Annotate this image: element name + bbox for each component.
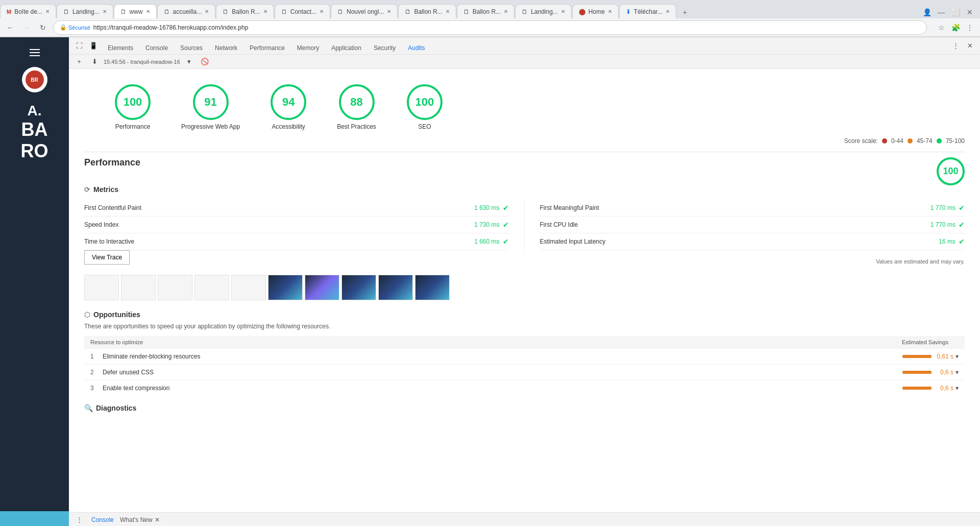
thumbnail-5 xyxy=(231,275,266,300)
score-label-seo: SEO xyxy=(418,123,431,130)
browser-tab-landing2[interactable]: 🗋 Landing... ✕ xyxy=(515,4,572,18)
bookmark-button[interactable]: ☆ xyxy=(935,21,947,34)
metric-tti-value: 1 660 ms ✔ xyxy=(474,237,508,246)
tab-close[interactable]: ✕ xyxy=(608,9,612,14)
address-input[interactable]: 🔒 Sécurisé https://tranquil-meadow-16786… xyxy=(53,20,927,35)
opp-bar-wrap-1: 0,61 s xyxy=(902,353,953,360)
metrics-table: First Contentful Paint 1 630 ms ✔ Speed … xyxy=(84,200,965,250)
opp-row-2[interactable]: 2 Defer unused CSS 0,6 s ▾ xyxy=(84,364,965,380)
add-audit-button[interactable]: + xyxy=(73,56,85,68)
tab-close[interactable]: ✕ xyxy=(666,9,670,14)
dropdown-button[interactable]: ▾ xyxy=(183,56,195,68)
tab-label: Téléchar... xyxy=(634,8,663,15)
metric-fci-value: 1 770 ms ✔ xyxy=(930,221,965,229)
browser-tab-ballon2[interactable]: 🗋 Ballon R... ✕ xyxy=(398,4,456,18)
tab-performance[interactable]: Performance xyxy=(243,41,291,56)
tab-label: Ballon R... xyxy=(414,8,442,15)
scale-range-orange: 45-74 xyxy=(917,137,933,145)
tab-label: accueilla... xyxy=(173,8,202,15)
tab-elements[interactable]: Elements xyxy=(102,41,139,56)
view-trace-button[interactable]: View Trace xyxy=(84,250,130,265)
hamburger-menu[interactable] xyxy=(24,42,45,63)
bottom-tab-console[interactable]: Console xyxy=(91,516,114,523)
close-button[interactable]: ✕ xyxy=(964,6,976,18)
score-circle-pwa: 91 xyxy=(193,84,229,120)
devtools-toolbar: ⛶ 📱 Elements Console Sources Network Per… xyxy=(69,37,980,55)
tab-network[interactable]: Network xyxy=(209,41,243,56)
menu-button[interactable]: ⋮ xyxy=(964,21,976,34)
score-circle-best-practices: 88 xyxy=(339,84,375,120)
bottom-menu-button[interactable]: ⋮ xyxy=(73,514,85,526)
tab-console[interactable]: Console xyxy=(139,41,174,56)
metric-fcp-label: First Contentful Paint xyxy=(84,204,141,211)
forward-button[interactable]: → xyxy=(20,21,33,34)
whats-new-label: What's New xyxy=(120,516,153,523)
opp-col-savings-header: Estimated Savings xyxy=(856,339,959,345)
export-button[interactable]: ⬇ xyxy=(88,56,101,68)
page-icon: 🗋 xyxy=(405,8,411,15)
thumbnail-4 xyxy=(194,275,229,300)
estimated-note: Values are estimated and may vary. xyxy=(140,258,965,271)
clear-button[interactable]: 🚫 xyxy=(199,56,211,68)
devtools-close-button[interactable]: ✕ xyxy=(964,40,976,52)
devtools-panel: ⛶ 📱 Elements Console Sources Network Per… xyxy=(69,37,980,526)
tab-security[interactable]: Security xyxy=(368,41,402,56)
scale-label: Score scale: xyxy=(844,137,878,145)
score-best-practices: 88 Best Practices xyxy=(337,84,376,130)
logo-inner: BR xyxy=(26,70,44,89)
browser-tab-home[interactable]: ⬤ Home ✕ xyxy=(572,4,619,18)
back-button[interactable]: ← xyxy=(4,21,16,34)
browser-tab-www[interactable]: 🗋 www ✕ xyxy=(114,4,157,18)
thumbnail-6 xyxy=(268,275,303,300)
bottom-tab-whats-new[interactable]: What's New ✕ xyxy=(120,516,160,523)
browser-tab-contact[interactable]: 🗋 Contact... ✕ xyxy=(275,4,330,18)
opp-row-3[interactable]: 3 Enable text compression 0,6 s ▾ xyxy=(84,380,965,396)
tab-close[interactable]: ✕ xyxy=(146,9,150,14)
browser-tab-gmail[interactable]: M Boîte de... ✕ xyxy=(0,4,56,18)
performance-section-header: Performance 100 xyxy=(84,157,965,185)
reload-button[interactable]: ↻ xyxy=(37,21,49,34)
performance-section-score-circle: 100 xyxy=(937,157,965,185)
opp-row-1[interactable]: 1 Eliminate render-blocking resources 0,… xyxy=(84,348,965,364)
new-tab-button[interactable]: + xyxy=(679,6,691,18)
tab-close[interactable]: ✕ xyxy=(504,9,508,14)
scale-range-green: 75-100 xyxy=(946,137,965,145)
sidebar-text-a: A. xyxy=(28,103,42,119)
tab-close[interactable]: ✕ xyxy=(45,9,50,14)
metric-fcp-check: ✔ xyxy=(503,204,509,212)
maximize-button[interactable]: ⬜ xyxy=(949,6,962,18)
tab-close[interactable]: ✕ xyxy=(263,9,267,14)
tab-application[interactable]: Application xyxy=(325,41,368,56)
browser-tab-accueil[interactable]: 🗋 accueilla... ✕ xyxy=(157,4,216,18)
device-toolbar-button[interactable]: 📱 xyxy=(87,40,100,52)
browser-tab-nouvel[interactable]: 🗋 Nouvel ongl... ✕ xyxy=(331,4,398,18)
devtools-settings-button[interactable]: ⋮ xyxy=(949,40,962,52)
tab-close[interactable]: ✕ xyxy=(387,9,391,14)
tab-close[interactable]: ✕ xyxy=(205,9,209,14)
thumbnail-7 xyxy=(305,275,339,300)
tab-close[interactable]: ✕ xyxy=(561,9,565,14)
sidebar-text-ro: RO xyxy=(21,140,48,162)
audits-content: 100 Performance 91 Progressive Web App 9… xyxy=(69,69,980,512)
opp-num-2: 2 xyxy=(90,369,103,376)
tab-memory[interactable]: Memory xyxy=(291,41,325,56)
metric-fcp-value: 1 630 ms ✔ xyxy=(474,204,508,212)
tab-audits[interactable]: Audits xyxy=(402,41,431,56)
opp-bar-wrap-3: 0,6 s xyxy=(902,385,953,392)
tab-close[interactable]: ✕ xyxy=(446,9,450,14)
whats-new-close[interactable]: ✕ xyxy=(155,516,160,523)
browser-tab-ballon1[interactable]: 🗋 Ballon R... ✕ xyxy=(216,4,274,18)
profile-button[interactable]: 👤 xyxy=(921,6,933,18)
tab-label: Landing... xyxy=(72,8,100,15)
minimize-button[interactable]: — xyxy=(935,6,947,18)
extensions-button[interactable]: 🧩 xyxy=(949,21,962,34)
thumbnail-2 xyxy=(121,275,156,300)
browser-tab-telecharg[interactable]: ⬇ Téléchar... ✕ xyxy=(619,4,676,18)
tab-close[interactable]: ✕ xyxy=(320,9,324,14)
inspect-element-button[interactable]: ⛶ xyxy=(73,40,85,52)
tab-close[interactable]: ✕ xyxy=(103,9,107,14)
score-circle-performance: 100 xyxy=(115,84,151,120)
browser-tab-ballon3[interactable]: 🗋 Ballon R... ✕ xyxy=(457,4,514,18)
tab-sources[interactable]: Sources xyxy=(174,41,209,56)
browser-tab-landing1[interactable]: 🗋 Landing... ✕ xyxy=(57,4,113,18)
